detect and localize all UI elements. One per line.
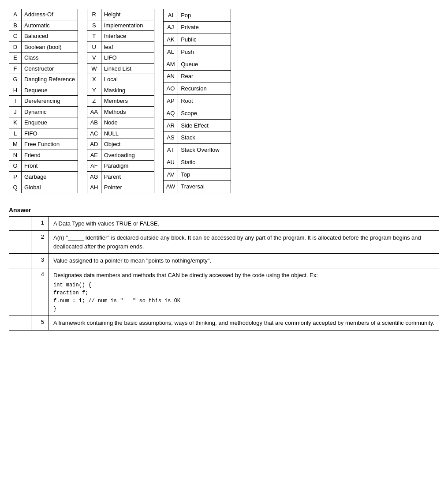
- code-line: f.num = 1; // num is "___" so this is OK: [53, 297, 434, 305]
- lookup-key: L: [9, 128, 22, 139]
- lookup-value: Dynamic: [22, 106, 78, 117]
- lookup-value: Dereferencing: [22, 96, 78, 107]
- answer-num-cell: 5: [31, 316, 49, 331]
- lookup-value: Height: [101, 9, 154, 20]
- answer-num-cell: 4: [31, 268, 49, 316]
- lookup-value: Pointer: [101, 182, 154, 193]
- answer-content-cell: A framework containing the basic assumpt…: [49, 316, 439, 331]
- answer-num-cell: 1: [31, 216, 49, 231]
- lookup-key: P: [9, 171, 22, 182]
- lookup-key: F: [9, 63, 22, 74]
- lookup-value: Masking: [101, 85, 154, 96]
- answer-num-cell: 3: [31, 254, 49, 268]
- answer-row: 1A Data Type with values TRUE or FALSE.: [9, 216, 439, 231]
- lookup-key: AG: [87, 171, 101, 182]
- lookup-value: Static: [178, 156, 231, 169]
- lookup-value: Top: [178, 168, 231, 180]
- content-text: A(n) "_____ Identifier" is declared outs…: [53, 233, 434, 251]
- lookup-key: AS: [163, 132, 178, 144]
- lookup-key: AO: [163, 83, 178, 95]
- lookup-value: Traversal: [178, 180, 231, 193]
- lookup-value: Queue: [178, 58, 231, 71]
- lookup-value: Side Effect: [178, 119, 231, 132]
- lookup-value: Members: [101, 96, 154, 107]
- lookup-value: Push: [178, 46, 231, 58]
- lookup-value: NULL: [101, 128, 154, 139]
- lookup-key: M: [9, 139, 22, 150]
- lookup-key: AI: [163, 9, 178, 22]
- lookup-value: Constructor: [22, 63, 78, 74]
- lookup-key: H: [9, 85, 22, 96]
- lookup-value: Rear: [178, 70, 231, 83]
- lookup-key: X: [87, 74, 101, 85]
- lookup-value: Recursion: [178, 83, 231, 95]
- lookup-key: E: [9, 53, 22, 64]
- lookup-key: AH: [87, 182, 101, 193]
- lookup-key: AL: [163, 46, 178, 58]
- lookup-key: AJ: [163, 21, 178, 34]
- lookup-key: AN: [163, 70, 178, 83]
- lookup-value: Front: [22, 161, 78, 172]
- lookup-value: Overloading: [101, 150, 154, 161]
- lookup-key: AM: [163, 58, 178, 71]
- lookup-value: Dangling Reference: [22, 74, 78, 85]
- code-line: int main() {: [53, 281, 434, 289]
- lookup-value: Enqueue: [22, 117, 78, 128]
- lookup-value: Global: [22, 182, 78, 193]
- answer-num-cell: 2: [31, 231, 49, 254]
- lookup-key: AC: [87, 128, 101, 139]
- lookup-key: AU: [163, 156, 178, 169]
- answer-blank-cell[interactable]: [9, 231, 31, 254]
- lookup-value: Local: [101, 74, 154, 85]
- lookup-value: Balanced: [22, 31, 78, 42]
- lookup-key: R: [87, 9, 101, 20]
- lookup-value: Interface: [101, 31, 154, 42]
- lookup-value: Boolean (bool): [22, 41, 78, 53]
- tables-section: AAddress-OfBAutomaticCBalancedDBoolean (…: [9, 9, 439, 193]
- lookup-key: AD: [87, 139, 101, 150]
- lookup-key: A: [9, 9, 22, 20]
- lookup-key: B: [9, 20, 22, 31]
- lookup-key: C: [9, 31, 22, 42]
- lookup-key: AP: [163, 95, 178, 107]
- answer-blank-cell[interactable]: [9, 254, 31, 268]
- lookup-key: AE: [87, 150, 101, 161]
- lookup-value: Dequeue: [22, 85, 78, 96]
- answer-section: Answer 1A Data Type with values TRUE or …: [9, 207, 439, 331]
- lookup-value: Address-Of: [22, 9, 78, 20]
- lookup-value: Methods: [101, 106, 154, 117]
- lookup-value: Free Function: [22, 139, 78, 150]
- lookup-table-3: AIPopAJPrivateAKPublicALPushAMQueueANRea…: [163, 9, 231, 193]
- lookup-value: Root: [178, 95, 231, 107]
- lookup-value: Pop: [178, 9, 231, 22]
- lookup-key: I: [9, 96, 22, 107]
- lookup-key: AA: [87, 106, 101, 117]
- lookup-table-2: RHeightSImplementationTInterfaceUleafVLI…: [87, 9, 154, 193]
- lookup-key: AR: [163, 119, 178, 132]
- answer-content-cell: Value assigned to a pointer to mean "poi…: [49, 254, 439, 268]
- lookup-key: U: [87, 41, 101, 53]
- lookup-value: Object: [101, 139, 154, 150]
- lookup-value: Stack Overflow: [178, 144, 231, 156]
- lookup-value: Class: [22, 53, 78, 64]
- lookup-key: J: [9, 106, 22, 117]
- lookup-key: AQ: [163, 107, 178, 120]
- content-line: Designates data members and methods that…: [53, 271, 434, 280]
- lookup-value: Garbage: [22, 171, 78, 182]
- answer-blank-cell[interactable]: [9, 268, 31, 316]
- lookup-value: Linked List: [101, 63, 154, 74]
- lookup-value: Friend: [22, 150, 78, 161]
- lookup-value: Implementation: [101, 20, 154, 31]
- lookup-value: Parent: [101, 171, 154, 182]
- answer-blank-cell[interactable]: [9, 316, 31, 331]
- answer-content-cell: A Data Type with values TRUE or FALSE.: [49, 216, 439, 231]
- answer-content-cell: Designates data members and methods that…: [49, 268, 439, 316]
- answer-blank-cell[interactable]: [9, 216, 31, 231]
- content-text: A Data Type with values TRUE or FALSE.: [53, 219, 434, 228]
- lookup-key: Y: [87, 85, 101, 96]
- lookup-value: Stack: [178, 132, 231, 144]
- lookup-value: FIFO: [22, 128, 78, 139]
- lookup-value: Node: [101, 117, 154, 128]
- lookup-key: D: [9, 41, 22, 53]
- code-line: }: [53, 305, 434, 313]
